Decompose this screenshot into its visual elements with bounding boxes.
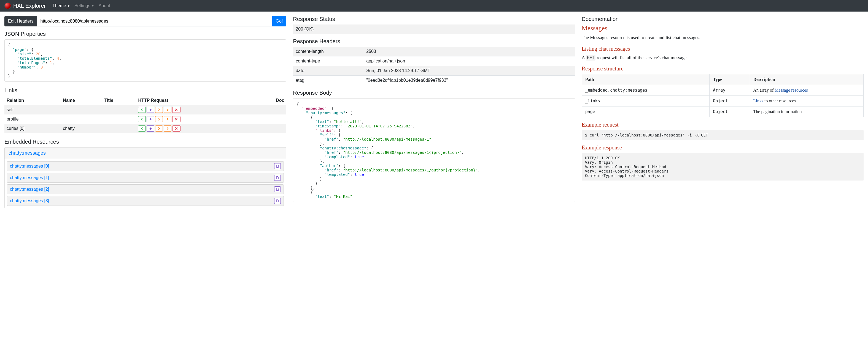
doc-icon[interactable] bbox=[274, 186, 281, 193]
doc-col-type: Type bbox=[710, 74, 750, 85]
cell-title bbox=[102, 124, 136, 133]
cell-type: Object bbox=[710, 106, 750, 117]
header-value: Sun, 01 Jan 2023 14:29:17 GMT bbox=[364, 66, 575, 76]
header-value: application/hal+json bbox=[364, 57, 575, 66]
table-row: profile+✕ bbox=[4, 114, 286, 124]
go-button[interactable]: Go! bbox=[272, 16, 286, 26]
doc-h-example-response: Example response bbox=[582, 144, 864, 151]
nav-settings[interactable]: Settings▼ bbox=[72, 1, 96, 10]
http-method-code: GET bbox=[586, 55, 595, 61]
cell-relation: profile bbox=[4, 114, 61, 124]
embedded-item-link[interactable]: chatty:messages [3] bbox=[10, 198, 49, 203]
cell-desc: The pagination information bbox=[750, 106, 863, 117]
left-column: Edit Headers Go! JSON Properties { "page… bbox=[4, 16, 286, 208]
edit-headers-button[interactable]: Edit Headers bbox=[4, 16, 37, 26]
table-row: content-typeapplication/hal+json bbox=[293, 57, 575, 66]
doc-h-listing: Listing chat messages bbox=[582, 46, 864, 52]
middle-column: Response Status 200 (OK) Response Header… bbox=[293, 16, 575, 208]
list-item[interactable]: chatty:messages [2] bbox=[7, 184, 284, 194]
list-item[interactable]: chatty:messages [1] bbox=[7, 173, 284, 183]
header-value: 2503 bbox=[364, 47, 575, 57]
cell-doc bbox=[254, 105, 286, 114]
embedded-group-header[interactable]: chatty:messages bbox=[4, 147, 286, 159]
doc-link[interactable]: Links bbox=[753, 99, 763, 103]
doc-h-example-request: Example request bbox=[582, 122, 864, 128]
get-button[interactable] bbox=[138, 107, 146, 113]
response-body-content: { "_embedded": { "chatty:messages": [ { … bbox=[297, 102, 571, 199]
response-headers-table: content-length2503content-typeapplicatio… bbox=[293, 47, 575, 85]
header-value: "0eed8e2df4ab1bb01e39dea0d99e7f933" bbox=[364, 76, 575, 85]
put-button[interactable] bbox=[155, 126, 163, 132]
doc-example-request: $ curl 'http://localhost:8080/api/messag… bbox=[582, 130, 864, 140]
brand-text: HAL Explorer bbox=[13, 3, 46, 9]
doc-icon[interactable] bbox=[274, 198, 281, 204]
header-key: etag bbox=[293, 76, 364, 85]
brand[interactable]: HAL Explorer bbox=[4, 2, 46, 9]
post-button[interactable]: + bbox=[147, 116, 154, 122]
list-item[interactable]: chatty:messages [3] bbox=[7, 196, 284, 206]
table-row: content-length2503 bbox=[293, 47, 575, 57]
links-table: Relation Name Title HTTP Request Doc sel… bbox=[4, 96, 286, 133]
post-button[interactable]: + bbox=[147, 126, 154, 132]
patch-button[interactable] bbox=[164, 126, 172, 132]
embedded-accordion: chatty:messages chatty:messages [0]chatt… bbox=[4, 147, 286, 208]
doc-example-response: HTTP/1.1 200 OK Vary: Origin Vary: Acces… bbox=[582, 153, 864, 180]
doc-h-messages: Messages bbox=[582, 25, 864, 32]
table-row: pageObjectThe pagination information bbox=[582, 106, 863, 117]
doc-icon[interactable] bbox=[274, 175, 281, 181]
cell-relation: curies [0] bbox=[4, 124, 61, 133]
caret-down-icon: ▼ bbox=[67, 4, 70, 7]
response-body-card: { "_embedded": { "chatty:messages": [ { … bbox=[293, 98, 575, 202]
nav-about[interactable]: About bbox=[96, 1, 113, 10]
embedded-title: Embedded Resources bbox=[4, 139, 286, 145]
cell-doc bbox=[254, 124, 286, 133]
cell-title bbox=[102, 114, 136, 124]
json-properties-card: { "page": { "size": 20, "totalElements":… bbox=[4, 39, 286, 82]
header-key: content-type bbox=[293, 57, 364, 66]
delete-button[interactable]: ✕ bbox=[172, 107, 181, 113]
brand-icon bbox=[4, 2, 11, 9]
list-item[interactable]: chatty:messages [0] bbox=[7, 161, 284, 171]
put-button[interactable] bbox=[155, 116, 163, 122]
cell-path: _links bbox=[582, 96, 710, 106]
col-title: Title bbox=[102, 96, 136, 105]
doc-response-table: Path Type Description _embedded.chatty:m… bbox=[582, 74, 864, 117]
url-input[interactable] bbox=[37, 16, 272, 26]
cell-http: +✕ bbox=[136, 114, 254, 124]
cell-http: +✕ bbox=[136, 124, 254, 133]
table-row: etag"0eed8e2df4ab1bb01e39dea0d99e7f933" bbox=[293, 76, 575, 85]
post-button[interactable]: + bbox=[147, 107, 154, 113]
embedded-item-link[interactable]: chatty:messages [2] bbox=[10, 187, 49, 192]
doc-icon[interactable] bbox=[274, 163, 281, 169]
delete-button[interactable]: ✕ bbox=[172, 116, 181, 122]
cell-doc bbox=[254, 114, 286, 124]
patch-button[interactable] bbox=[164, 107, 172, 113]
col-name: Name bbox=[61, 96, 102, 105]
cell-path: page bbox=[582, 106, 710, 117]
navbar: HAL Explorer Theme▼ Settings▼ About bbox=[0, 0, 868, 11]
get-button[interactable] bbox=[138, 126, 146, 132]
embedded-group-link[interactable]: chatty:messages bbox=[8, 150, 46, 156]
embedded-item-link[interactable]: chatty:messages [0] bbox=[10, 164, 49, 169]
response-status-value: 200 (OK) bbox=[293, 25, 575, 34]
cell-desc: Links to other resources bbox=[750, 96, 863, 106]
col-relation: Relation bbox=[4, 96, 61, 105]
put-button[interactable] bbox=[155, 107, 163, 113]
embedded-item-link[interactable]: chatty:messages [1] bbox=[10, 175, 49, 180]
doc-col-desc: Description bbox=[750, 74, 863, 85]
delete-button[interactable]: ✕ bbox=[172, 126, 181, 132]
col-http: HTTP Request bbox=[136, 96, 254, 105]
header-key: content-length bbox=[293, 47, 364, 57]
cell-relation: self bbox=[4, 105, 61, 114]
links-title: Links bbox=[4, 87, 286, 94]
table-row: self+✕ bbox=[4, 105, 286, 114]
doc-h-response-structure: Response structure bbox=[582, 66, 864, 72]
get-button[interactable] bbox=[138, 116, 146, 122]
cell-name: chatty bbox=[61, 124, 102, 133]
table-row: _linksObjectLinks to other resources bbox=[582, 96, 863, 106]
nav-theme[interactable]: Theme▼ bbox=[50, 1, 72, 10]
cell-desc: An array of Message resources bbox=[750, 85, 863, 96]
patch-button[interactable] bbox=[164, 116, 172, 122]
doc-link[interactable]: Message resources bbox=[775, 88, 808, 93]
response-body-title: Response Body bbox=[293, 90, 575, 96]
